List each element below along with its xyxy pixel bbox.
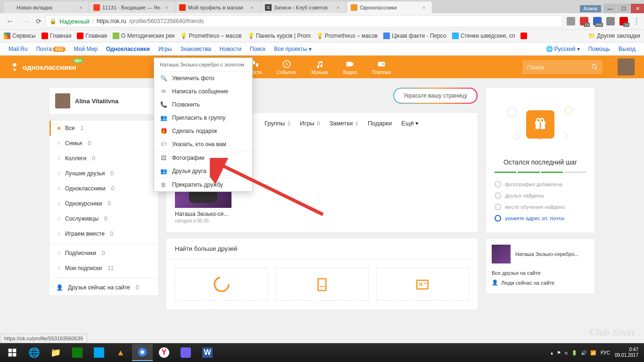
feed-friend[interactable]: Наташа Зюзько-серебро... xyxy=(492,245,589,263)
forward-button[interactable]: → xyxy=(20,16,32,26)
find-box[interactable] xyxy=(376,268,469,301)
mailru-link[interactable]: Все проекты ▾ xyxy=(274,46,311,52)
mailru-link[interactable]: Почта448 xyxy=(36,46,66,52)
tray-language[interactable]: РУС xyxy=(601,350,610,355)
menu-icon[interactable]: ⋮ xyxy=(633,17,640,26)
tab-notes[interactable]: Заметки 1 xyxy=(330,120,358,127)
extension-icon[interactable] xyxy=(606,17,615,25)
help-link[interactable]: Помощь xyxy=(588,46,610,52)
mailru-link[interactable]: Новости xyxy=(220,46,241,52)
start-button[interactable] xyxy=(2,344,23,361)
tray-network-icon[interactable]: 📶 xyxy=(590,350,596,355)
bookmark-item[interactable]: Главная xyxy=(41,33,72,39)
bookmark-item[interactable]: Стенки шведские, сп xyxy=(452,33,515,39)
ctx-message[interactable]: ✉Написать сообщение xyxy=(154,85,252,98)
taskbar-explorer[interactable]: 📁 xyxy=(45,344,66,361)
check-item-todo[interactable]: укажите адрес эл. почты xyxy=(495,213,586,224)
taskbar-ie[interactable]: 🌐 xyxy=(24,344,44,361)
mailru-link[interactable]: Игры xyxy=(158,46,172,52)
apps-button[interactable]: Сервисы xyxy=(4,33,36,39)
tray-volume-icon[interactable]: 🔊 xyxy=(581,350,586,355)
bookmark-item[interactable]: Цікаві факти - Персо xyxy=(383,33,446,39)
chrome-user-badge[interactable]: Алина xyxy=(580,5,601,12)
extension-icon[interactable]: 448 xyxy=(593,17,602,25)
tab-gifts[interactable]: Подарки xyxy=(368,120,392,127)
user-avatar[interactable] xyxy=(618,58,635,75)
other-bookmarks[interactable]: 📁Другие закладки xyxy=(588,33,640,39)
browser-tab[interactable]: SЗаписи ‹ Клуб советов× xyxy=(261,1,346,13)
close-icon[interactable]: × xyxy=(251,5,256,10)
filter-colleagues[interactable]: Коллеги 0 xyxy=(50,151,158,166)
taskbar-store[interactable] xyxy=(67,344,88,361)
taskbar-app[interactable] xyxy=(89,344,109,361)
close-icon[interactable]: × xyxy=(165,5,171,10)
tray-clock[interactable]: 0:47 09.01.2017 xyxy=(615,347,638,358)
close-icon[interactable]: × xyxy=(422,5,428,10)
bookmark-item[interactable]: О Методических рек xyxy=(113,33,174,39)
ctx-photos[interactable]: 🖼Фотографии xyxy=(154,151,252,165)
reload-button[interactable]: ⟳ xyxy=(36,17,41,25)
exit-link[interactable]: Выход xyxy=(619,46,636,52)
ctx-zoom-photo[interactable]: 🔍Увеличить фото xyxy=(154,72,252,85)
mailru-link[interactable]: Мой Мир xyxy=(74,46,98,52)
mailru-link[interactable]: Mail.Ru xyxy=(8,46,28,52)
taskbar-chrome[interactable] xyxy=(132,344,153,361)
filter-coursemates[interactable]: Однокурсники 0 xyxy=(50,196,158,211)
ctx-unfriend[interactable]: 🗑Прекратить дружбу xyxy=(154,178,252,191)
extension-icon[interactable] xyxy=(567,17,575,25)
minimize-button[interactable]: — xyxy=(603,4,617,13)
back-button[interactable]: ← xyxy=(4,16,16,26)
taskbar-word[interactable]: W xyxy=(197,344,218,361)
feed-link[interactable]: Все друзья на сайте xyxy=(492,268,589,278)
profile-card[interactable]: Alina Vitaliivna xyxy=(50,88,158,114)
close-button[interactable]: ✕ xyxy=(631,4,644,13)
filter-subscriptions[interactable]: Мои подписки 11 xyxy=(50,261,158,276)
browser-tab[interactable]: Мой профиль в магази× xyxy=(175,1,260,13)
close-icon[interactable]: × xyxy=(79,5,85,10)
bookmark-item[interactable]: 💡Панель курсів | Prom xyxy=(248,33,311,39)
nav-events[interactable]: 5События xyxy=(269,58,304,77)
bookmark-item[interactable] xyxy=(520,33,527,39)
tray-up-icon[interactable]: ▴ xyxy=(551,350,553,355)
search-box[interactable] xyxy=(522,60,603,74)
browser-tab[interactable]: Новая вкладка× xyxy=(4,1,89,13)
ctx-invite[interactable]: 👥Пригласить в группу xyxy=(154,111,252,124)
find-box[interactable] xyxy=(175,268,268,301)
tray-icon[interactable]: ⚑ xyxy=(557,350,561,355)
ctx-call[interactable]: 📞Позвонить xyxy=(154,98,252,111)
ctx-gift[interactable]: 🎁Сделать подарок xyxy=(154,124,252,138)
bookmark-item[interactable]: Главная xyxy=(77,33,107,39)
filter-family[interactable]: Семья 0 xyxy=(50,136,158,151)
ctx-tag[interactable]: 🏷Указать, кто она вам xyxy=(154,138,252,151)
language-selector[interactable]: 🌐 Русский ▾ xyxy=(546,46,580,52)
mailru-link[interactable]: Поиск xyxy=(250,46,265,52)
search-input[interactable] xyxy=(527,64,591,71)
extension-icon[interactable]: 19 xyxy=(580,17,588,25)
ctx-friends-of[interactable]: 👥Друзья друга xyxy=(154,165,252,178)
feed-link[interactable]: 👤Люди сейчас на сайте xyxy=(492,278,589,288)
find-box[interactable] xyxy=(275,268,368,301)
filter-gaming[interactable]: Играем вместе 0 xyxy=(50,226,158,241)
tab-games[interactable]: Игры 0 xyxy=(300,120,320,127)
filter-subscribers[interactable]: Подписчики 0 xyxy=(50,246,158,261)
tray-battery-icon[interactable]: 🔋 xyxy=(571,350,577,355)
tab-more[interactable]: Ещё ▾ xyxy=(401,120,419,127)
tray-icon[interactable]: ⎋ xyxy=(565,350,568,355)
ok-logo[interactable]: одноклассники 99+ xyxy=(9,62,76,72)
close-icon[interactable]: × xyxy=(337,5,342,10)
taskbar-vlc[interactable]: ▲ xyxy=(110,344,131,361)
maximize-button[interactable]: ☐ xyxy=(617,4,630,13)
tab-groups[interactable]: Группы 5 xyxy=(264,120,290,127)
nav-music[interactable]: Музыка xyxy=(304,58,335,77)
nav-video[interactable]: Видео xyxy=(336,58,364,77)
nav-payments[interactable]: Платежи xyxy=(364,58,399,77)
taskbar-yandex[interactable]: Y xyxy=(154,344,174,361)
mailru-link-active[interactable]: Одноклассники xyxy=(106,46,150,52)
filter-coworkers[interactable]: Сослуживцы 0 xyxy=(50,211,158,226)
filter-classmates[interactable]: Одноклассники 0 xyxy=(50,181,158,196)
bookmark-item[interactable]: 💡Prometheus – масов xyxy=(180,33,241,39)
url-field[interactable]: 🔒 Надежный | https://ok.ru/profile/56037… xyxy=(45,15,563,27)
taskbar-viber[interactable] xyxy=(175,344,196,361)
browser-tab[interactable]: 11131 · Входящие — Ян× xyxy=(90,1,174,13)
browser-tab-active[interactable]: Одноклассники× xyxy=(347,1,432,13)
